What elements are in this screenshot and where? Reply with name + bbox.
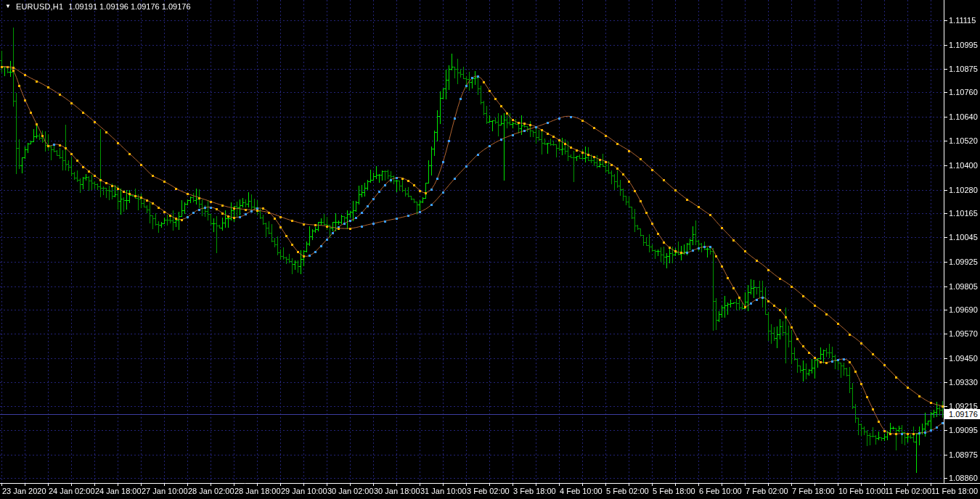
time-axis-label: 7 Feb 02:00 <box>746 487 788 495</box>
time-axis-label: 27 Jan 10:00 <box>142 487 188 495</box>
time-axis-label: 3 Feb 02:00 <box>467 487 510 495</box>
mt4-chart-window: ▼ EURUSD,H1 1.09191 1.09196 1.09176 1.09… <box>0 0 980 499</box>
time-axis-label: 11 Feb 02:00 <box>885 487 931 495</box>
time-axis-label: 4 Feb 10:00 <box>560 487 603 495</box>
time-axis-label: 5 Feb 02:00 <box>606 487 649 495</box>
price-axis-label: 1.10520 <box>949 136 978 145</box>
price-axis-label: 1.09095 <box>949 426 978 434</box>
price-axis-label: 1.08975 <box>949 450 978 459</box>
time-axis-label: 28 Jan 18:00 <box>234 487 281 495</box>
price-axis-label: 1.09690 <box>949 305 978 314</box>
time-axis-label: 30 Jan 18:00 <box>374 487 420 495</box>
price-axis-label: 1.10045 <box>949 233 978 242</box>
price-axis-label: 1.08860 <box>949 474 978 482</box>
current-price-label: 1.09176 <box>944 409 980 419</box>
price-axis-label: 1.09450 <box>949 354 978 363</box>
price-axis-label: 1.10165 <box>949 209 978 218</box>
time-axis-label: 24 Jan 18:00 <box>95 487 142 495</box>
price-axis-label: 1.10640 <box>949 112 978 121</box>
chart-title-bar: ▼ EURUSD,H1 1.09191 1.09196 1.09176 1.09… <box>5 2 191 11</box>
symbol-dropdown-icon[interactable]: ▼ <box>5 4 11 9</box>
price-axis-label: 1.10400 <box>949 161 978 170</box>
price-axis-label: 1.10875 <box>949 65 978 73</box>
time-axis-label: 10 Feb 10:00 <box>838 487 886 495</box>
time-axis-label: 5 Feb 18:00 <box>653 487 695 495</box>
price-axis-label: 1.09925 <box>949 257 978 266</box>
time-axis-label: 30 Jan 02:00 <box>327 487 374 495</box>
ohlc-readout: 1.09191 1.09196 1.09176 1.09176 <box>68 2 190 11</box>
price-axis-label: 1.11115 <box>949 16 976 25</box>
price-axis-label: 1.10760 <box>949 88 978 96</box>
time-axis-label: 7 Feb 18:00 <box>792 487 835 495</box>
chart-canvas[interactable] <box>0 0 980 499</box>
price-axis-label: 1.10995 <box>949 41 978 49</box>
time-axis-label: 6 Feb 10:00 <box>699 487 742 495</box>
time-axis-label: 31 Jan 10:00 <box>420 487 467 495</box>
time-axis-label: 29 Jan 10:00 <box>281 487 327 495</box>
price-axis-label: 1.09330 <box>949 378 978 387</box>
price-axis-label: 1.09805 <box>949 282 978 291</box>
symbol-timeframe-label: EURUSD,H1 <box>16 2 63 11</box>
time-axis-label: 24 Jan 02:00 <box>49 487 95 495</box>
time-axis-label: 28 Jan 02:00 <box>188 487 234 495</box>
price-axis-label: 1.10280 <box>949 186 978 194</box>
time-axis-label: 23 Jan 2020 <box>2 487 46 495</box>
time-axis-label: 11 Feb 18:00 <box>931 487 978 495</box>
price-axis-label: 1.09570 <box>949 329 978 338</box>
time-axis-label: 3 Feb 18:00 <box>513 487 556 495</box>
